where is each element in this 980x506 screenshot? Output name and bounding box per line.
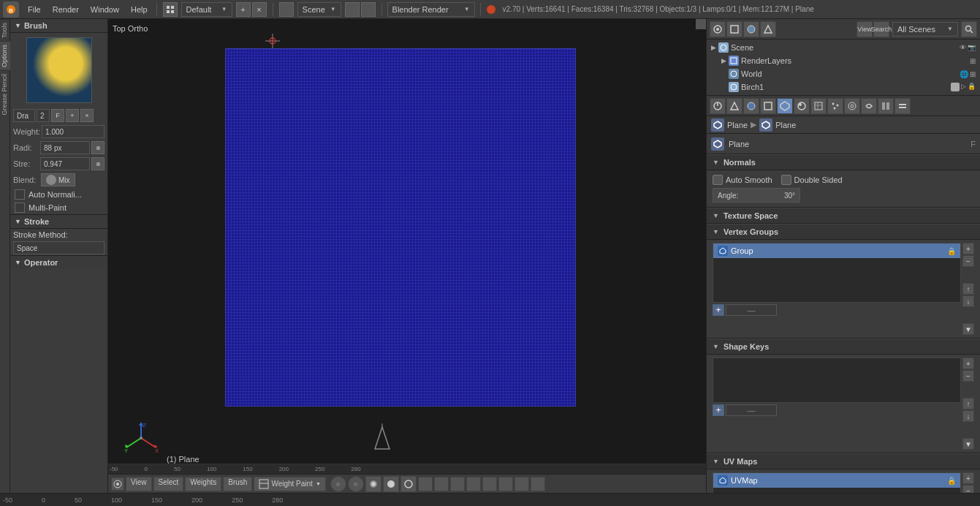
scene-add-icon[interactable]	[345, 2, 360, 17]
brush-remove-btn[interactable]: ×	[80, 109, 94, 122]
renderlayers-extra[interactable]: ⊞	[970, 57, 976, 65]
sk-side-remove[interactable]: −	[962, 370, 974, 382]
object-visibility-box[interactable]	[951, 83, 960, 91]
scene-icon[interactable]	[279, 2, 294, 17]
all-scenes-selector[interactable]: All Scenes	[892, 22, 958, 37]
weight-value[interactable]: 1.000	[42, 125, 105, 138]
prop-object-btn[interactable]	[760, 98, 776, 114]
uv-side-remove[interactable]: −	[962, 485, 974, 493]
vg-side-add[interactable]: +	[962, 243, 974, 254]
uv-item-uvmap[interactable]: UVMap 🔒	[713, 473, 960, 488]
uv-side-add[interactable]: +	[962, 472, 974, 484]
mode-selector[interactable]: Weight Paint	[254, 477, 325, 491]
extra-btn-1[interactable]	[418, 477, 433, 491]
blend-selector[interactable]: Mix	[41, 173, 75, 186]
render-mode-btn[interactable]	[365, 476, 381, 492]
scene-selector[interactable]: Scene	[297, 2, 341, 17]
right-icon-world[interactable]	[743, 21, 759, 37]
strength-extra-btn[interactable]: ⊕	[91, 157, 105, 170]
extra-btn-4[interactable]	[466, 477, 481, 491]
texture-space-section-header[interactable]: Texture Space	[707, 208, 980, 224]
auto-smooth-checkbox[interactable]	[713, 175, 723, 185]
scene-remove-icon[interactable]	[361, 2, 376, 17]
layout-remove-icon[interactable]: ×	[252, 2, 267, 17]
wire-mode-btn[interactable]	[400, 476, 417, 492]
uv-maps-section-header[interactable]: UV Maps	[707, 453, 980, 469]
tab-options[interactable]: Options	[0, 41, 10, 70]
right-search-btn[interactable]: Search	[873, 21, 889, 37]
prop-mesh-btn[interactable]	[777, 98, 793, 114]
multi-paint-checkbox[interactable]	[15, 203, 25, 213]
brush-type-value[interactable]: Dra	[13, 109, 35, 122]
breadcrumb-item-1[interactable]: Plane	[727, 121, 748, 129]
vg-minus-btn[interactable]: —	[726, 304, 777, 316]
render-engine-selector[interactable]: Blender Render	[387, 2, 475, 17]
scene-visibility-icon[interactable]: 👁	[960, 44, 966, 51]
search-icon[interactable]	[961, 21, 977, 37]
right-icon-object[interactable]	[760, 21, 776, 37]
menu-window[interactable]: Window	[85, 4, 125, 15]
breadcrumb-item-2[interactable]: Plane	[775, 121, 796, 129]
tab-grease-pencil[interactable]: Grease Pencil	[0, 70, 10, 118]
extra-btn-6[interactable]	[498, 477, 513, 491]
extra-btn-8[interactable]	[531, 477, 545, 491]
extra-btn-3[interactable]	[450, 477, 465, 491]
brush-menu-btn[interactable]: Brush	[223, 477, 252, 491]
menu-file[interactable]: File	[22, 4, 47, 15]
scene-render-icon[interactable]: 📷	[968, 44, 976, 51]
vg-item-group[interactable]: Group 🔒	[713, 243, 960, 258]
brush-num[interactable]: 2	[37, 109, 50, 122]
vg-side-extra[interactable]: ▼	[962, 323, 974, 335]
viewport-icon-btn[interactable]	[111, 477, 124, 491]
prop-material-btn[interactable]	[794, 98, 810, 114]
sk-side-add[interactable]: +	[962, 358, 974, 369]
sk-side-down[interactable]: ↓	[962, 410, 974, 422]
brush-add-btn[interactable]: +	[66, 109, 79, 122]
prop-scene-btn[interactable]	[726, 98, 742, 114]
tree-item-scene[interactable]: ▶ Scene 👁 📷	[707, 41, 980, 54]
view-menu-btn[interactable]: View	[126, 477, 152, 491]
strength-value[interactable]: 0.947	[40, 157, 90, 170]
stroke-section-title[interactable]: Stroke	[10, 214, 107, 229]
vg-side-remove[interactable]: −	[962, 255, 974, 267]
layout-add-icon[interactable]: +	[236, 2, 251, 17]
layout-selector[interactable]: Default	[181, 2, 232, 17]
brush-f-btn[interactable]: F	[51, 109, 64, 122]
world-extra-icon[interactable]: ⊞	[970, 70, 976, 78]
extra-btn-2[interactable]	[434, 477, 449, 491]
weights-menu-btn[interactable]: Weights	[185, 477, 221, 491]
select-menu-btn[interactable]: Select	[153, 477, 184, 491]
object-name[interactable]: Plane	[729, 140, 970, 148]
vertex-groups-section-header[interactable]: Vertex Groups	[707, 224, 980, 240]
prop-physics-btn[interactable]	[844, 98, 860, 114]
angle-field[interactable]: Angle: 30°	[713, 188, 800, 203]
tree-item-object[interactable]: ▶ Birch1 ▷ 🔒	[707, 80, 980, 94]
prop-render-btn[interactable]	[710, 98, 726, 114]
right-icon-scene[interactable]	[710, 21, 726, 37]
double-sided-checkbox[interactable]	[781, 175, 791, 185]
sk-side-extra[interactable]: ▼	[962, 438, 974, 450]
extra-btn-7[interactable]	[514, 477, 529, 491]
prop-modifier-btn[interactable]	[878, 98, 894, 114]
prop-world-btn[interactable]	[743, 98, 759, 114]
blender-logo-icon[interactable]: B	[3, 1, 19, 18]
sk-minus-btn[interactable]: —	[726, 404, 777, 416]
layout-grid-icon[interactable]	[163, 2, 178, 17]
prop-particle-btn[interactable]	[827, 98, 843, 114]
tab-tools[interactable]: Tools	[0, 19, 10, 41]
overlay-btn-1[interactable]: ○	[330, 476, 346, 492]
solid-mode-btn[interactable]	[383, 476, 399, 492]
overlay-btn-2[interactable]: ○	[348, 476, 364, 492]
operator-section-title[interactable]: Operator	[10, 255, 107, 269]
sk-side-up[interactable]: ↑	[962, 398, 974, 409]
vg-side-down[interactable]: ↓	[962, 295, 974, 307]
uv-lock-icon[interactable]: 🔒	[947, 477, 956, 485]
prop-texture-btn[interactable]	[810, 98, 827, 114]
sk-add-btn[interactable]: +	[713, 404, 724, 416]
object-extra-icon[interactable]: ▷	[961, 83, 966, 91]
menu-render[interactable]: Render	[47, 4, 85, 15]
brush-preview[interactable]	[26, 37, 92, 103]
vg-add-btn[interactable]: +	[713, 304, 724, 316]
prop-data-btn[interactable]	[894, 98, 911, 114]
right-view-btn[interactable]: View	[856, 21, 873, 37]
